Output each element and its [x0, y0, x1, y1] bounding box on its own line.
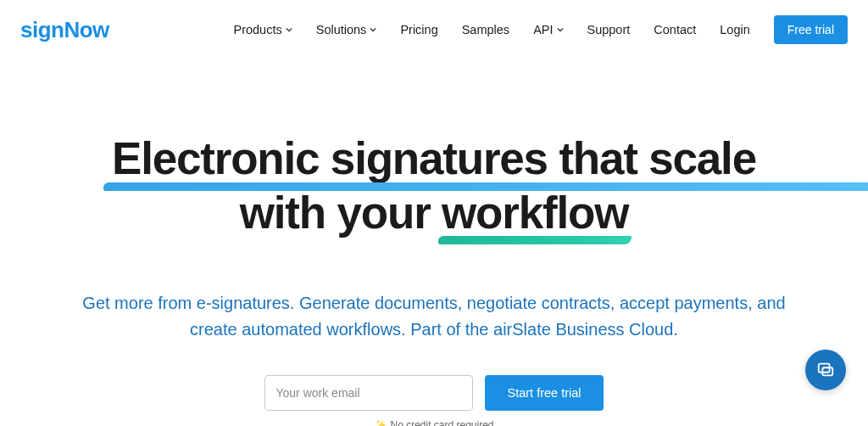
nav-label: API	[533, 23, 553, 36]
chat-icon	[816, 361, 835, 379]
nav-contact[interactable]: Contact	[654, 23, 696, 36]
brush-underline-teal	[438, 236, 632, 244]
headline-line1-rest: signatures that scale	[319, 133, 756, 183]
chat-fab[interactable]	[805, 350, 846, 390]
chevron-down-icon	[557, 26, 564, 33]
email-field[interactable]	[264, 375, 473, 411]
brand-logo[interactable]: signNow	[20, 17, 109, 43]
hero-section: Electronic signatures that scale with yo…	[0, 59, 868, 426]
svg-rect-1	[822, 367, 832, 375]
nav-pricing[interactable]: Pricing	[400, 23, 437, 36]
footnote-text: No credit card required	[390, 419, 493, 426]
start-free-trial-button[interactable]: Start free trial	[485, 375, 603, 411]
main-nav: Products Solutions Pricing Samples API S…	[233, 15, 848, 44]
nav-products[interactable]: Products	[233, 23, 292, 36]
sparkle-icon: ✨	[374, 419, 387, 426]
hero-subtitle: Get more from e-signatures. Generate doc…	[0, 290, 868, 343]
nav-api[interactable]: API	[533, 23, 563, 36]
chevron-down-icon	[286, 26, 292, 33]
nav-samples[interactable]: Samples	[462, 23, 509, 36]
trial-footnote: ✨ No credit card required	[0, 419, 868, 426]
nav-support[interactable]: Support	[587, 23, 631, 36]
headline-line2-prefix: with your	[240, 188, 442, 238]
trial-form: Start free trial	[0, 375, 868, 411]
nav-label: Products	[233, 23, 281, 36]
headline-word-electronic: Electronic	[112, 133, 319, 183]
chevron-down-icon	[370, 26, 376, 33]
free-trial-button[interactable]: Free trial	[774, 15, 848, 44]
nav-solutions[interactable]: Solutions	[316, 23, 377, 36]
nav-label: Solutions	[316, 23, 367, 36]
headline-word-workflow: workflow	[442, 188, 628, 238]
nav-login[interactable]: Login	[720, 23, 749, 36]
hero-headline: Electronic signatures that scale with yo…	[0, 132, 868, 239]
